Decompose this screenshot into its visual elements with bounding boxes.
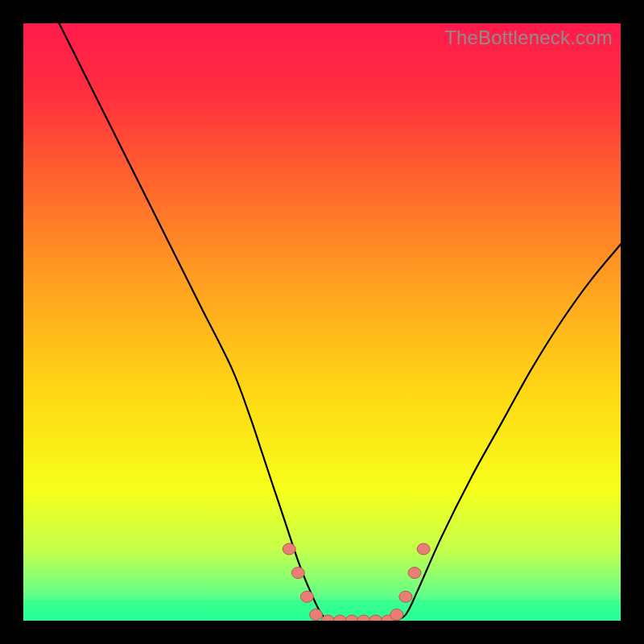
highlight-marker [357, 615, 370, 621]
highlight-marker [399, 591, 412, 602]
marker-group [283, 543, 430, 621]
highlight-marker [390, 609, 403, 621]
outer-frame: TheBottleneck.com [0, 0, 644, 644]
highlight-marker [310, 609, 323, 621]
plot-area: TheBottleneck.com [23, 23, 621, 621]
bottleneck-curve [60, 23, 621, 621]
curve-layer [23, 23, 621, 621]
highlight-marker [300, 591, 313, 602]
highlight-marker [333, 615, 346, 621]
highlight-marker [369, 615, 382, 621]
highlight-marker [291, 568, 304, 579]
highlight-marker [283, 543, 295, 555]
highlight-marker [345, 615, 358, 621]
highlight-marker [408, 568, 421, 579]
highlight-marker [417, 543, 430, 555]
